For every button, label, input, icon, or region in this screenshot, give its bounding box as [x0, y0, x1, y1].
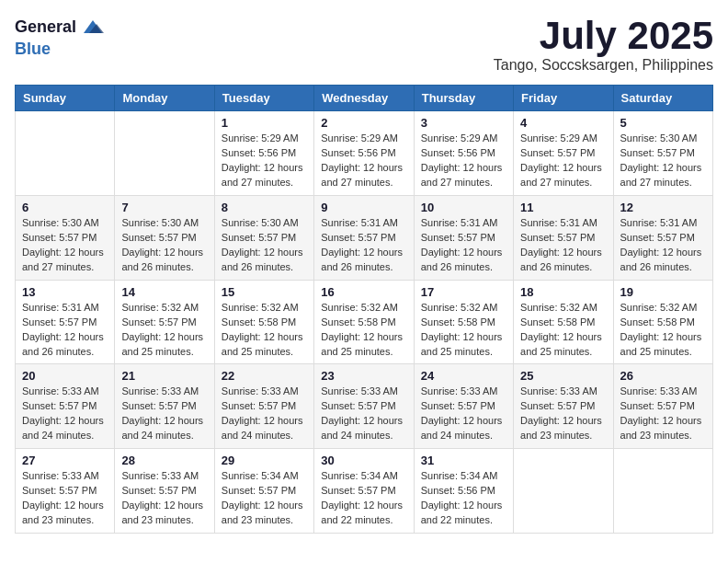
logo-general: General	[15, 18, 76, 37]
table-row: 9Sunrise: 5:31 AMSunset: 5:57 PMDaylight…	[314, 195, 414, 280]
day-number: 27	[22, 454, 108, 467]
calendar-week-row: 1Sunrise: 5:29 AMSunset: 5:56 PMDaylight…	[16, 111, 713, 196]
day-number: 2	[321, 116, 406, 130]
header-saturday: Saturday	[613, 86, 712, 111]
table-row: 7Sunrise: 5:30 AMSunset: 5:57 PMDaylight…	[115, 195, 214, 280]
table-row: 28Sunrise: 5:33 AMSunset: 5:57 PMDayligh…	[115, 449, 214, 534]
day-info: Sunrise: 5:30 AMSunset: 5:57 PMDaylight:…	[620, 132, 706, 190]
day-number: 24	[421, 369, 506, 383]
day-number: 28	[121, 454, 207, 467]
calendar-week-row: 6Sunrise: 5:30 AMSunset: 5:57 PMDaylight…	[16, 195, 713, 280]
page-header: General Blue July 2025 Tango, Soccsksarg…	[15, 15, 713, 74]
day-info: Sunrise: 5:34 AMSunset: 5:57 PMDaylight:…	[321, 469, 406, 528]
day-number: 22	[222, 369, 307, 383]
day-info: Sunrise: 5:34 AMSunset: 5:56 PMDaylight:…	[421, 469, 506, 528]
day-info: Sunrise: 5:30 AMSunset: 5:57 PMDaylight:…	[121, 216, 207, 275]
table-row: 20Sunrise: 5:33 AMSunset: 5:57 PMDayligh…	[16, 364, 115, 449]
day-info: Sunrise: 5:33 AMSunset: 5:57 PMDaylight:…	[121, 385, 207, 443]
main-title: July 2025	[494, 15, 713, 57]
day-number: 11	[520, 201, 606, 214]
day-number: 3	[421, 116, 506, 130]
table-row: 23Sunrise: 5:33 AMSunset: 5:57 PMDayligh…	[314, 364, 414, 449]
day-info: Sunrise: 5:32 AMSunset: 5:58 PMDaylight:…	[421, 301, 506, 360]
table-row: 12Sunrise: 5:31 AMSunset: 5:57 PMDayligh…	[613, 195, 712, 280]
day-number: 21	[121, 369, 207, 383]
day-number: 23	[321, 369, 406, 383]
day-info: Sunrise: 5:32 AMSunset: 5:58 PMDaylight:…	[620, 301, 706, 360]
day-number: 8	[222, 201, 307, 214]
day-number: 7	[121, 201, 207, 214]
day-number: 18	[520, 285, 606, 299]
day-info: Sunrise: 5:33 AMSunset: 5:57 PMDaylight:…	[321, 385, 406, 443]
day-info: Sunrise: 5:29 AMSunset: 5:57 PMDaylight:…	[520, 132, 606, 190]
day-number: 5	[620, 116, 706, 130]
table-row: 4Sunrise: 5:29 AMSunset: 5:57 PMDaylight…	[514, 111, 613, 196]
calendar-week-row: 27Sunrise: 5:33 AMSunset: 5:57 PMDayligh…	[16, 449, 713, 534]
day-number: 9	[321, 201, 406, 214]
table-row: 31Sunrise: 5:34 AMSunset: 5:56 PMDayligh…	[414, 449, 513, 534]
table-row: 21Sunrise: 5:33 AMSunset: 5:57 PMDayligh…	[115, 364, 214, 449]
day-number: 15	[222, 285, 307, 299]
day-info: Sunrise: 5:31 AMSunset: 5:57 PMDaylight:…	[321, 216, 406, 275]
table-row: 1Sunrise: 5:29 AMSunset: 5:56 PMDaylight…	[214, 111, 313, 196]
table-row: 19Sunrise: 5:32 AMSunset: 5:58 PMDayligh…	[613, 280, 712, 364]
table-row: 24Sunrise: 5:33 AMSunset: 5:57 PMDayligh…	[414, 364, 513, 449]
day-info: Sunrise: 5:33 AMSunset: 5:57 PMDaylight:…	[121, 469, 207, 528]
table-row: 16Sunrise: 5:32 AMSunset: 5:58 PMDayligh…	[314, 280, 414, 364]
day-number: 14	[121, 285, 207, 299]
day-info: Sunrise: 5:32 AMSunset: 5:57 PMDaylight:…	[121, 301, 207, 360]
table-row	[16, 111, 115, 196]
calendar-header-row: Sunday Monday Tuesday Wednesday Thursday…	[16, 86, 713, 111]
calendar-week-row: 13Sunrise: 5:31 AMSunset: 5:57 PMDayligh…	[16, 280, 713, 364]
day-info: Sunrise: 5:32 AMSunset: 5:58 PMDaylight:…	[222, 301, 307, 360]
day-info: Sunrise: 5:30 AMSunset: 5:57 PMDaylight:…	[22, 216, 108, 275]
table-row: 8Sunrise: 5:30 AMSunset: 5:57 PMDaylight…	[214, 195, 313, 280]
day-number: 13	[22, 285, 108, 299]
day-number: 1	[222, 116, 307, 130]
day-info: Sunrise: 5:31 AMSunset: 5:57 PMDaylight:…	[421, 216, 506, 275]
day-number: 19	[620, 285, 706, 299]
table-row: 26Sunrise: 5:33 AMSunset: 5:57 PMDayligh…	[613, 364, 712, 449]
day-number: 12	[620, 201, 706, 214]
day-info: Sunrise: 5:29 AMSunset: 5:56 PMDaylight:…	[421, 132, 506, 190]
table-row: 25Sunrise: 5:33 AMSunset: 5:57 PMDayligh…	[514, 364, 613, 449]
day-number: 30	[321, 454, 406, 467]
day-info: Sunrise: 5:31 AMSunset: 5:57 PMDaylight:…	[520, 216, 606, 275]
header-friday: Friday	[514, 86, 613, 111]
day-info: Sunrise: 5:33 AMSunset: 5:57 PMDaylight:…	[421, 385, 506, 443]
table-row: 17Sunrise: 5:32 AMSunset: 5:58 PMDayligh…	[414, 280, 513, 364]
table-row	[613, 449, 712, 534]
day-info: Sunrise: 5:30 AMSunset: 5:57 PMDaylight:…	[222, 216, 307, 275]
table-row: 11Sunrise: 5:31 AMSunset: 5:57 PMDayligh…	[514, 195, 613, 280]
table-row: 13Sunrise: 5:31 AMSunset: 5:57 PMDayligh…	[16, 280, 115, 364]
day-number: 25	[520, 369, 606, 383]
day-info: Sunrise: 5:29 AMSunset: 5:56 PMDaylight:…	[321, 132, 406, 190]
logo: General Blue	[15, 15, 106, 59]
table-row: 22Sunrise: 5:33 AMSunset: 5:57 PMDayligh…	[214, 364, 313, 449]
table-row: 6Sunrise: 5:30 AMSunset: 5:57 PMDaylight…	[16, 195, 115, 280]
day-number: 4	[520, 116, 606, 130]
table-row	[514, 449, 613, 534]
header-tuesday: Tuesday	[214, 86, 313, 111]
day-info: Sunrise: 5:33 AMSunset: 5:57 PMDaylight:…	[22, 385, 108, 443]
header-thursday: Thursday	[414, 86, 513, 111]
day-info: Sunrise: 5:32 AMSunset: 5:58 PMDaylight:…	[520, 301, 606, 360]
day-number: 6	[22, 201, 108, 214]
subtitle: Tango, Soccsksargen, Philippines	[494, 57, 713, 74]
day-number: 26	[620, 369, 706, 383]
day-number: 16	[321, 285, 406, 299]
table-row: 10Sunrise: 5:31 AMSunset: 5:57 PMDayligh…	[414, 195, 513, 280]
header-monday: Monday	[115, 86, 214, 111]
table-row: 18Sunrise: 5:32 AMSunset: 5:58 PMDayligh…	[514, 280, 613, 364]
day-number: 17	[421, 285, 506, 299]
day-info: Sunrise: 5:32 AMSunset: 5:58 PMDaylight:…	[321, 301, 406, 360]
header-wednesday: Wednesday	[314, 86, 414, 111]
table-row: 2Sunrise: 5:29 AMSunset: 5:56 PMDaylight…	[314, 111, 414, 196]
table-row: 30Sunrise: 5:34 AMSunset: 5:57 PMDayligh…	[314, 449, 414, 534]
table-row: 15Sunrise: 5:32 AMSunset: 5:58 PMDayligh…	[214, 280, 313, 364]
calendar-table: Sunday Monday Tuesday Wednesday Thursday…	[15, 85, 713, 534]
day-info: Sunrise: 5:34 AMSunset: 5:57 PMDaylight:…	[222, 469, 307, 528]
day-info: Sunrise: 5:31 AMSunset: 5:57 PMDaylight:…	[22, 301, 108, 360]
table-row: 29Sunrise: 5:34 AMSunset: 5:57 PMDayligh…	[214, 449, 313, 534]
day-info: Sunrise: 5:31 AMSunset: 5:57 PMDaylight:…	[620, 216, 706, 275]
